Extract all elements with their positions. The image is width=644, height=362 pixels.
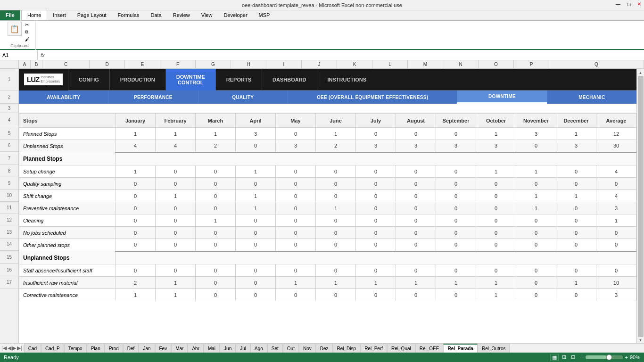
page-break-btn[interactable]: ⊟ [570, 354, 577, 361]
data-cell: 3 [476, 140, 516, 152]
table-row: Staff absence/Insufficient staff00000000… [19, 264, 636, 277]
data-cell: 3 [396, 140, 436, 152]
nav-item-dashboard[interactable]: DASHBOARD [262, 69, 317, 90]
subnav-quality[interactable]: QUALITY [198, 90, 288, 104]
data-cell: 0 [156, 178, 196, 190]
tab-msp[interactable]: MSP [253, 10, 276, 20]
sheet-tab-rel_outros[interactable]: Rel_Outros [478, 344, 510, 353]
sheet-tab-tempo[interactable]: Tempo [64, 344, 87, 353]
nav-item-instructions[interactable]: INSTRUCTIONS [317, 69, 377, 90]
window-controls[interactable]: — ◻ ✕ [616, 1, 641, 7]
tab-view[interactable]: View [196, 10, 218, 20]
tab-nav-first[interactable]: |◀ [1, 345, 7, 351]
sheet-tab-def[interactable]: Def [123, 344, 139, 353]
sheet-tab-rel_parada[interactable]: Rel_Parada [443, 344, 477, 353]
zoom-slider[interactable] [586, 355, 623, 359]
tab-developer[interactable]: Developer [218, 10, 253, 20]
nav-item-production[interactable]: PRODUCTION [110, 69, 166, 90]
col-header-j: J [302, 60, 337, 68]
data-cell: 3 [236, 128, 276, 140]
normal-view-btn[interactable]: ▦ [550, 354, 559, 361]
tab-review[interactable]: Review [167, 10, 196, 20]
sheet-tab-mar[interactable]: Mar [171, 344, 188, 353]
row-num-header-spacer [0, 60, 19, 68]
zoom-fill [586, 355, 606, 359]
sheet-tab-dez[interactable]: Dez [316, 344, 333, 353]
data-cell: 0 [156, 202, 196, 214]
sheet-tab-nov[interactable]: Nov [299, 344, 316, 353]
sheet-tab-ago[interactable]: Ago [250, 344, 267, 353]
sheet-tab-cad[interactable]: Cad [24, 344, 41, 353]
nav-item-downtime-control[interactable]: DOWNTIMECONTROL [166, 69, 216, 90]
formula-bar: A1 fx [0, 50, 644, 60]
col-header-n: N [443, 60, 479, 68]
data-cell: 0 [156, 165, 196, 178]
file-tab[interactable]: File [0, 10, 20, 20]
sheet-tab-mai[interactable]: Mai [204, 344, 220, 353]
paste-btn[interactable]: 📋 [8, 22, 22, 36]
sheet-tab-out[interactable]: Out [283, 344, 299, 353]
zoom-out-btn[interactable]: – [580, 354, 583, 360]
col-header-nov: November [516, 114, 556, 128]
nav-item-reports[interactable]: REPORTS [216, 69, 262, 90]
data-cell: 0 [316, 239, 356, 251]
subnav-downtime[interactable]: DOWNTIME [457, 90, 546, 104]
zoom-handle[interactable] [606, 354, 612, 360]
sheet-tab-jan[interactable]: Jan [139, 344, 155, 353]
page-layout-btn[interactable]: ⊞ [561, 354, 568, 361]
copy-btn[interactable]: ⧉ [23, 29, 32, 35]
col-header-b: B [31, 60, 42, 68]
zoom-in-btn[interactable]: + [625, 354, 628, 360]
sheet-tab-prod[interactable]: Prod [105, 344, 123, 353]
sheet-tab-plan[interactable]: Plan [87, 344, 105, 353]
sheet-tab-abr[interactable]: Abr [188, 344, 204, 353]
data-cell: 0 [476, 264, 516, 277]
sheet-tab-rel_disp[interactable]: Rel_Disp [333, 344, 361, 353]
minimize-btn[interactable]: — [616, 1, 620, 7]
subnav-availability[interactable]: AVAILABILITY [19, 90, 108, 104]
scroll-up-arrow[interactable]: ▲ [639, 71, 643, 75]
subnav-mechanic[interactable]: MECHANIC [547, 90, 636, 104]
data-cell: 0 [276, 264, 316, 277]
subnav-oee[interactable]: OEE (OVERALL EQUIPMENT EFFECTIVENESS) [288, 90, 457, 104]
sheet-tab-jun[interactable]: Jun [220, 344, 236, 353]
vertical-scrollbar[interactable]: ▲ ▼ [636, 70, 644, 343]
scroll-thumb[interactable] [638, 76, 644, 337]
logo-box: LUZ Planilhas Empresariais [24, 74, 63, 85]
cut-btn[interactable]: ✂ [23, 22, 32, 28]
tab-home[interactable]: Home [21, 10, 47, 20]
sheet-tab-jul[interactable]: Jul [236, 344, 250, 353]
zoom-level[interactable]: 90% [630, 354, 640, 360]
tab-insert[interactable]: Insert [47, 10, 72, 20]
sheet-tab-nav[interactable]: |◀ ◀ ▶ ▶| [0, 345, 24, 351]
close-btn[interactable]: ✕ [637, 1, 641, 7]
sheet-tab-fev[interactable]: Fev [155, 344, 172, 353]
tab-page-layout[interactable]: Page Layout [72, 10, 112, 20]
data-cell: 30 [596, 140, 636, 152]
sheet-tab-set[interactable]: Set [267, 344, 283, 353]
tab-nav-last[interactable]: ▶| [17, 345, 22, 351]
zoom-controls[interactable]: – + 90% [580, 354, 640, 360]
sheet-tab-rel_oee[interactable]: Rel_OEE [415, 344, 444, 353]
row-num-6: 6 [0, 140, 18, 152]
col-header-oct: October [476, 114, 516, 128]
view-buttons[interactable]: ▦ ⊞ ⊟ [550, 354, 577, 361]
sheet-tab-cad_p[interactable]: Cad_P [41, 344, 64, 353]
format-painter-btn[interactable]: 🖌 [23, 36, 32, 42]
sheet-tab-rel_perf[interactable]: Rel_Perf [360, 344, 387, 353]
nav-item-config[interactable]: CONFIG [68, 69, 110, 90]
tab-formulas[interactable]: Formulas [112, 10, 145, 20]
subnav-performance[interactable]: PERFORMANCE [108, 90, 198, 104]
data-cell: 0 [276, 227, 316, 239]
data-table: Stops January February March April May J… [19, 113, 636, 301]
sheet-tab-rel_qual[interactable]: Rel_Qual [387, 344, 415, 353]
data-cell: 0 [396, 128, 436, 140]
tab-nav-next[interactable]: ▶ [12, 345, 16, 351]
restore-btn[interactable]: ◻ [627, 1, 631, 7]
row-num-10: 10 [0, 189, 18, 202]
scroll-down-arrow[interactable]: ▼ [639, 338, 643, 342]
cell-reference[interactable]: A1 [0, 50, 38, 60]
data-cell: 0 [276, 190, 316, 202]
tab-nav-prev[interactable]: ◀ [8, 345, 11, 351]
tab-data[interactable]: Data [145, 10, 167, 20]
